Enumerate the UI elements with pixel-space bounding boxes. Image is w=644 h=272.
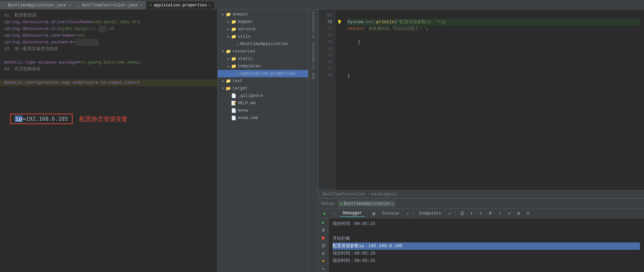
tree-arrow-6: ▼ — [220, 50, 226, 53]
right-line-69 — [347, 12, 640, 19]
tree-item-app-props[interactable]: ⚙ application.properties — [218, 70, 308, 77]
action-orange[interactable]: ● — [320, 258, 327, 264]
debug-resume-btn[interactable]: ▶ — [321, 210, 329, 217]
tree-item-mvnw-cmd[interactable]: 📄 mvnw.cmd — [218, 114, 308, 122]
debug-pause-btn[interactable]: ⏸ — [487, 210, 494, 217]
tree-item-bootapp[interactable]: ☕ BoottimeApplication — [218, 40, 308, 48]
folder-icon: 📁 — [226, 12, 231, 17]
line-num-75: 75 — [318, 52, 332, 59]
tree-item-test[interactable]: ▶ 📁 test — [218, 77, 308, 85]
gutter-73 — [335, 39, 343, 46]
file-tree-content: ▶ 📁 domain ▶ 📁 mapper ▶ 📁 service ▶ 📁 ut… — [218, 9, 308, 272]
tree-item-templates[interactable]: ▶ 📁 templates — [218, 63, 308, 70]
ip-highlight: ip — [15, 116, 23, 122]
folder-icon-7: 📁 — [231, 64, 237, 69]
tree-item-gitignore[interactable]: 📄 .gitignore — [218, 92, 308, 100]
tree-item-static[interactable]: ▶ 📁 static — [218, 55, 308, 63]
debug-tab-bar: Debug: ▶ BoottimeApplication ✕ — [318, 199, 644, 209]
list-icon[interactable]: ☰ — [459, 210, 466, 217]
folder-icon-4: 📁 — [231, 34, 237, 39]
structure-label[interactable]: Z: Structure — [311, 9, 315, 40]
web-label[interactable]: Web — [311, 71, 315, 81]
action-settings[interactable]: ⚙ — [320, 250, 327, 257]
breadcrumb-sep: › — [368, 192, 370, 197]
action-more[interactable]: » — [320, 266, 327, 272]
console-line-5: 现在时间：00:05:20 — [333, 250, 640, 257]
endpoints-tab[interactable]: Endpoints — [417, 210, 444, 217]
code-line-8: mybatis.type-aliases-package=cn.guang.bo… — [0, 59, 217, 66]
console-line-2 — [333, 228, 640, 235]
tree-label-mvnw-cmd: mvnw.cmd — [238, 116, 258, 120]
tab-close-icon[interactable]: ✕ — [68, 3, 70, 7]
console-text-6: 现在时间：00:05:25 — [333, 257, 375, 265]
tree-label-gitignore: .gitignore — [238, 93, 263, 98]
debug-settings-btn[interactable]: ≡ — [524, 210, 532, 217]
tree-arrow-7: ▶ — [226, 57, 231, 61]
code-line-9: #3. 开启驼峰命名 — [0, 66, 217, 73]
tree-arrow-8: ▶ — [226, 64, 231, 68]
tree-item-help[interactable]: 📝 HELP.md — [218, 100, 308, 107]
left-editor: #1. 配置数据源 spring.datasource.driverClassN… — [0, 9, 218, 272]
debug-up-btn[interactable]: ⬆ — [468, 210, 475, 217]
folder-icon-5: 📁 — [226, 49, 231, 54]
console-icon[interactable]: ▤ — [370, 210, 378, 217]
folder-icon-6: 📁 — [231, 56, 237, 62]
gutter-69 — [335, 12, 343, 19]
main-area: #1. 配置数据源 spring.datasource.driverClassN… — [0, 9, 644, 272]
console-line-4: 配置资源参数ip：192.168.6.105 — [333, 242, 640, 250]
console-arrow-btn[interactable]: ↗ — [404, 210, 411, 217]
console-text-1: 现在时间：00:05:15 — [333, 220, 375, 228]
console-tab[interactable]: Console — [380, 210, 402, 217]
tree-label-static: static — [238, 56, 253, 61]
code-line-7 — [0, 52, 217, 59]
line-num-70: 70 — [318, 19, 332, 26]
console-text-4: 配置资源参数ip：192.168.6.105 — [333, 242, 402, 250]
code-line-6: #2. 统一配置实体类包路径 — [0, 46, 217, 52]
tab-application-props[interactable]: ⚙ application.properties ✕ — [146, 1, 215, 9]
debug-step-btn[interactable]: ↕ — [496, 210, 504, 217]
tree-item-utils[interactable]: ▶ 📁 utils — [218, 33, 308, 40]
action-resume[interactable]: ▶ — [320, 220, 327, 226]
tree-item-target[interactable]: ▼ 📂 target — [218, 85, 308, 92]
debug-step-over-btn[interactable]: ↓ — [331, 210, 338, 217]
line-num-76: 76 — [318, 59, 332, 66]
tree-item-service[interactable]: ▶ 📁 service — [218, 26, 308, 33]
tree-label-templates: templates — [238, 64, 261, 69]
debug-close-icon[interactable]: ✕ — [391, 201, 394, 206]
gutter-71 — [335, 26, 343, 32]
debug-app-name[interactable]: ▶ BoottimeApplication ✕ — [338, 201, 395, 207]
code-line-10 — [0, 73, 217, 79]
tree-item-mapper[interactable]: ▶ 📁 mapper — [218, 18, 308, 26]
tab-close-icon-3[interactable]: ✕ — [209, 3, 211, 7]
folder-icon-2: 📁 — [231, 19, 237, 25]
file-tree-panel: ▶ 📁 domain ▶ 📁 mapper ▶ 📁 service ▶ 📁 ut… — [218, 9, 308, 272]
code-line-1: #1. 配置数据源 — [0, 12, 217, 19]
action-list[interactable]: ☰ — [320, 243, 327, 249]
tab-close-icon-2[interactable]: ✕ — [140, 3, 142, 7]
tree-arrow-11: ▼ — [220, 87, 226, 90]
tree-item-mvnw[interactable]: 📄 mvnw — [218, 107, 308, 114]
debugger-tab[interactable]: Debugger — [340, 210, 365, 217]
endpoints-arrow-btn[interactable]: ↗ — [446, 210, 453, 217]
right-line-70: System.out.println("配置资源参数ip："+ip — [347, 19, 640, 26]
line-num-71: 71 — [318, 26, 332, 32]
line-numbers: 69 70 71 72 73 74 75 76 77 78 — [318, 9, 335, 190]
tree-item-domain[interactable]: ▶ 📁 domain — [218, 11, 308, 18]
annotation-overlay: ip=192.168.6.105 配置静态资源变量 — [10, 114, 128, 124]
tree-item-resources[interactable]: ▼ 📁 resources — [218, 48, 308, 55]
debug-down-icon[interactable]: ⬇ — [477, 210, 485, 217]
tree-arrow-2: ▶ — [226, 20, 231, 24]
tab-boottime-application[interactable]: ☕ BoottimeApplication.java ✕ — [0, 1, 74, 9]
code-line-11: mybatis.configuration.map-underscore-to-… — [0, 79, 217, 86]
right-line-71: return " 登录成功后 可以访问我了！"; — [347, 26, 640, 32]
debug-stop-btn[interactable]: ↩ — [506, 210, 513, 217]
bottom-panel: Debug: ▶ BoottimeApplication ✕ ▶ ↓ Debug… — [318, 198, 644, 272]
debug-view-btn[interactable]: ⊞ — [515, 210, 522, 217]
favorites-label[interactable]: 2: Favorites — [311, 40, 315, 71]
props-icon: ⚙ — [149, 3, 152, 7]
tab-boot-controller[interactable]: ☕ BootTimeController.java ✕ — [74, 1, 145, 9]
action-stop[interactable]: ⏹ — [320, 235, 327, 241]
tab-label-2: BootTimeController.java — [82, 3, 138, 8]
debug-content-area: ▶ ⏸ ⏹ ☰ ⚙ ● » 现在时间：00:05:15 开始拦截 — [318, 218, 644, 272]
action-pause[interactable]: ⏸ — [320, 227, 327, 234]
